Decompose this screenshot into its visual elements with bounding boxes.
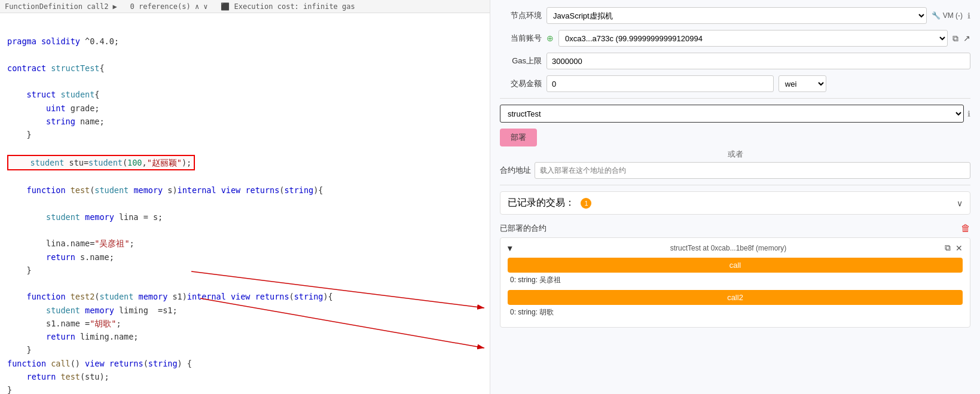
contract-select-row: structTest ℹ [500,105,970,123]
txn-badge: 1 [581,198,591,209]
copy-icon[interactable]: ⧉ [952,33,958,44]
deploy-button[interactable]: 部署 [500,129,537,146]
divider1 [500,98,970,99]
contract-addr-label: 合约地址 [500,165,531,176]
txn-title: 已记录的交易： 1 [508,197,591,209]
instance-copy-icon[interactable]: ⧉ [945,243,951,253]
call2-button[interactable]: call2 [508,290,963,305]
tx-unit-select[interactable]: wei gwei ether [778,75,826,92]
account-row: 当前账号 ⊕ 0xca3...a733c (99.999999999991209… [500,30,970,47]
txn-section-header[interactable]: 已记录的交易： 1 ∨ [500,192,970,214]
gas-limit-row: Gas上限 [500,53,970,69]
vm-badge: 🔧 VM (-) [932,11,963,20]
contract-info-icon[interactable]: ℹ [967,109,970,118]
gas-limit-label: Gas上限 [500,56,542,66]
code-content: pragma solidity ^0.4.0; contract structT… [0,5,490,394]
collapse-instance-button[interactable]: ▾ [508,243,512,253]
call-result-2: 0: string: 胡歌 [508,306,963,319]
trash-icon[interactable]: 🗑 [961,223,970,234]
plus-icon: ⊕ [547,33,554,43]
txn-section: 已记录的交易： 1 ∨ [500,191,970,215]
divider2 [500,185,970,185]
info-icon[interactable]: ℹ [967,11,970,20]
or-text: 或者 [500,149,970,160]
tx-amount-row: 交易金额 wei gwei ether [500,75,970,92]
contract-addr-input[interactable] [535,162,970,179]
instance-title: structTest at 0xcab...1be8f (memory) [670,244,787,252]
external-link-icon[interactable]: ↗ [963,33,970,43]
contract-instance: ▾ structTest at 0xcab...1be8f (memory) ⧉… [500,237,970,328]
chevron-down-icon: ∨ [957,198,963,208]
deployed-header: 已部署的合约 🗑 [500,219,970,237]
account-label: 当前账号 [500,33,542,44]
node-env-select[interactable]: JavaScript虚拟机 [547,7,927,24]
instance-icons: ⧉ ✕ [945,243,963,253]
code-panel: FunctionDefinition call2 ▶ 0 reference(s… [0,0,490,394]
tx-amount-input[interactable] [547,75,774,92]
instance-close-icon[interactable]: ✕ [955,243,963,253]
contract-addr-row: 合约地址 [500,162,970,179]
call-result-1: 0: string: 吴彦祖 [508,274,963,286]
contract-select[interactable]: structTest [500,105,964,123]
account-select[interactable]: 0xca3...a733c (99.99999999999120994 [558,30,948,47]
right-panel: 节点环境 JavaScript虚拟机 🔧 VM (-) ℹ 当前账号 ⊕ 0xc… [490,0,980,394]
deployed-title: 已部署的合约 [500,223,547,234]
contract-instance-header: ▾ structTest at 0xcab...1be8f (memory) ⧉… [508,243,963,253]
code-header: FunctionDefinition call2 ▶ 0 reference(s… [0,0,490,13]
deployed-section: 已部署的合约 🗑 ▾ structTest at 0xcab...1be8f (… [500,219,970,328]
node-env-label: 节点环境 [500,10,542,21]
breadcrumb: FunctionDefinition call2 ▶ 0 reference(s… [5,2,355,11]
tx-amount-label: 交易金额 [500,78,542,89]
call-button[interactable]: call [508,258,963,273]
gas-limit-input[interactable] [547,53,970,69]
node-env-row: 节点环境 JavaScript虚拟机 🔧 VM (-) ℹ [500,7,970,24]
